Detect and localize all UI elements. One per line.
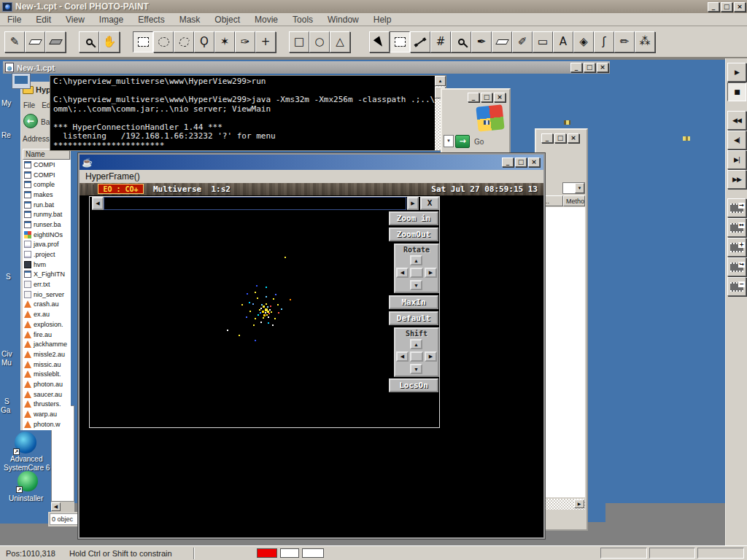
hyperframe-titlebar[interactable]: ☕ _ □ × xyxy=(80,155,543,170)
object-pen-tool-button[interactable]: ✎ xyxy=(4,31,25,52)
nav-right-button[interactable]: ▶ xyxy=(407,197,419,210)
explorer-menu-file[interactable]: File xyxy=(23,101,35,109)
rotate-left-button[interactable]: ◀ xyxy=(396,268,409,278)
address-dropdown[interactable]: ▼ xyxy=(444,135,454,147)
paint-color-chip[interactable] xyxy=(257,548,277,558)
file-row[interactable]: nio_server xyxy=(23,289,71,300)
rotate-center-button[interactable] xyxy=(410,268,423,278)
app-close-button[interactable]: × xyxy=(734,2,746,12)
file-row[interactable]: missle2.au xyxy=(23,349,71,359)
rotate-right-button[interactable]: ▶ xyxy=(425,268,437,278)
terminal-window[interactable]: C:\hyperview_multiverse\www\HyperView299… xyxy=(50,75,446,151)
rect-shape-tool-button[interactable]: □ xyxy=(289,31,309,52)
file-row[interactable]: comple xyxy=(23,179,71,190)
menu-item-tools[interactable]: Tools xyxy=(285,15,320,25)
rotate-up-button[interactable]: ▲ xyxy=(410,255,422,265)
desktop-icon-label-fragment[interactable]: My xyxy=(1,99,11,107)
menu-item-movie[interactable]: Movie xyxy=(247,15,285,25)
shift-left-button[interactable]: ◀ xyxy=(396,351,409,362)
advanced-systemcare-icon[interactable]: ↗ xyxy=(15,432,36,454)
file-row[interactable]: makes xyxy=(23,190,71,200)
eraser-tool-button[interactable] xyxy=(25,31,45,52)
desktop-icon-label-fragment[interactable]: Mu xyxy=(1,359,12,367)
hyperframe-minimize-button[interactable]: _ xyxy=(502,158,514,167)
document-close-button[interactable]: × xyxy=(597,63,608,72)
stop-button[interactable]: ■ xyxy=(727,82,746,101)
replace-frame-button[interactable]: ↪ xyxy=(727,257,746,276)
crop-tool-button[interactable]: # xyxy=(430,31,451,52)
insert-from-file-button[interactable]: → xyxy=(727,198,746,217)
mask-marquee-tool-button[interactable] xyxy=(390,31,410,52)
freehand-mask-tool-button[interactable] xyxy=(174,31,194,52)
lasso-mask-tool-button[interactable]: Ϙ xyxy=(194,31,214,52)
file-row[interactable]: java.prof xyxy=(23,240,71,250)
file-row[interactable]: hvm xyxy=(23,260,71,270)
file-row[interactable]: runser.ba xyxy=(23,219,71,230)
magic-wand-mask-tool-button[interactable]: ✶ xyxy=(214,31,235,52)
pick-tool-button[interactable] xyxy=(369,31,390,52)
file-row[interactable]: jackhamme xyxy=(23,339,71,349)
hyperframe-maximize-button[interactable]: □ xyxy=(515,158,527,167)
file-row[interactable]: X_FighITN xyxy=(23,270,71,280)
desktop-icon-label-fragment[interactable]: Civ xyxy=(1,350,12,358)
tool-dropdown[interactable]: ▼ xyxy=(562,182,585,194)
file-row[interactable]: err.txt xyxy=(23,279,71,289)
advanced-systemcare-label-line1[interactable]: Advanced xyxy=(10,455,42,463)
uninstaller-icon[interactable]: ↗ xyxy=(18,471,38,491)
file-row[interactable]: thrusters. xyxy=(23,400,71,410)
file-row[interactable]: COMPI xyxy=(23,170,71,180)
effect-tool-button[interactable]: ✏ xyxy=(614,31,635,52)
file-row[interactable]: run.bat xyxy=(23,200,71,210)
tool-maximize-button[interactable]: □ xyxy=(554,133,566,143)
shape-edit-tool-button[interactable] xyxy=(410,31,430,52)
circle-mask-tool-button[interactable] xyxy=(153,31,174,52)
file-row[interactable]: ex.au xyxy=(23,309,71,319)
desktop-icon-label-fragment[interactable]: S xyxy=(4,397,9,405)
mask-transform-tool-button[interactable]: + xyxy=(255,31,276,52)
tool-minimize-button[interactable]: _ xyxy=(541,133,553,143)
document-maximize-button[interactable]: □ xyxy=(584,63,595,72)
delete-frame-button[interactable]: − xyxy=(727,277,746,296)
file-row[interactable]: photon.w xyxy=(23,419,71,429)
zoom-out-button[interactable]: ZoomOut xyxy=(389,228,438,241)
menu-item-file[interactable]: File xyxy=(0,15,28,25)
file-row[interactable]: .project xyxy=(23,249,71,260)
browser-maximize-button[interactable]: □ xyxy=(481,93,492,102)
rect-mask-tool-button[interactable] xyxy=(133,31,153,52)
rect-draw-tool-button[interactable]: ▭ xyxy=(533,31,553,52)
brush-mask-tool-button[interactable]: ✑ xyxy=(235,31,255,52)
back-button[interactable]: ← xyxy=(23,114,38,128)
desktop-icon-label-fragment[interactable]: Re xyxy=(1,131,11,139)
fast-forward-button[interactable]: ▶▶ xyxy=(727,170,746,189)
menu-item-edit[interactable]: Edit xyxy=(28,15,58,25)
default-button[interactable]: Default xyxy=(389,311,438,325)
eraser-tool-button[interactable] xyxy=(492,31,512,52)
menu-item-object[interactable]: Object xyxy=(207,15,247,25)
menu-item-help[interactable]: Help xyxy=(366,15,399,25)
next-frame-button[interactable]: ▶| xyxy=(727,150,746,169)
file-row[interactable]: fire.au xyxy=(23,330,71,340)
paper-color-chip[interactable] xyxy=(280,548,299,558)
file-row[interactable]: warp.au xyxy=(23,409,71,419)
max-in-button[interactable]: MaxIn xyxy=(389,295,438,309)
shift-right-button[interactable]: ▶ xyxy=(425,351,437,362)
shift-up-button[interactable]: ▲ xyxy=(410,339,422,349)
advanced-systemcare-label-line2[interactable]: SystemCare 6 xyxy=(4,464,50,472)
locs-on-button[interactable]: LocsOn xyxy=(389,378,438,392)
file-row[interactable]: eightINOs xyxy=(23,230,71,240)
file-row[interactable]: missic.au xyxy=(23,359,71,370)
shift-center-button[interactable] xyxy=(410,351,423,362)
play-button[interactable]: ▶ xyxy=(727,63,746,82)
menu-item-effects[interactable]: Effects xyxy=(131,15,171,25)
browser-window-fragment[interactable]: _ □ × ▼ → Go xyxy=(441,88,511,155)
browser-minimize-button[interactable]: _ xyxy=(468,93,479,102)
object-eraser-tool-button[interactable] xyxy=(45,31,66,52)
polygon-shape-tool-button[interactable]: △ xyxy=(330,31,350,52)
hyperframe-close-button[interactable]: × xyxy=(528,158,540,167)
menu-item-window[interactable]: Window xyxy=(320,15,366,25)
rewind-button[interactable]: ◀◀ xyxy=(727,111,746,130)
tool-close-button[interactable]: × xyxy=(568,133,579,143)
scroll-left-arrow-icon[interactable]: ◀ xyxy=(51,502,61,511)
eyedropper-tool-button[interactable]: ✒ xyxy=(471,31,492,52)
menu-item-view[interactable]: View xyxy=(58,15,92,25)
